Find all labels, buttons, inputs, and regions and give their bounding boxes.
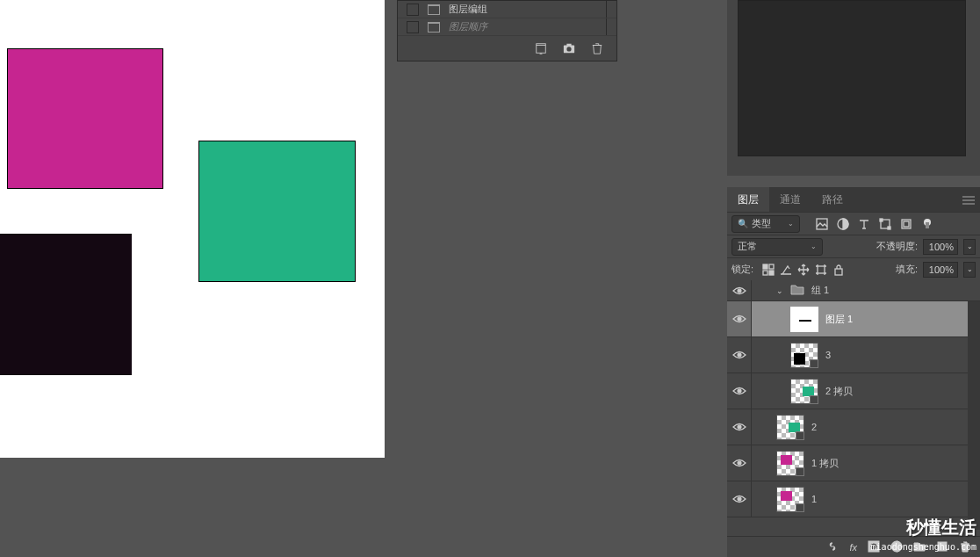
action-checkbox[interactable] xyxy=(407,21,419,33)
layer-name[interactable]: 1 xyxy=(811,494,817,504)
lock-transparent-icon[interactable] xyxy=(762,264,775,276)
layer-name[interactable]: 组 1 xyxy=(811,284,829,297)
layer-thumbnail[interactable] xyxy=(790,307,818,332)
watermark-text: 秒懂生活 xyxy=(906,516,976,539)
lock-image-icon[interactable] xyxy=(780,264,792,276)
fill-input[interactable]: 100% xyxy=(923,262,958,278)
folder-icon xyxy=(790,284,804,297)
layer-group-row[interactable]: ⌄ 组 1 xyxy=(727,280,980,301)
filter-row: 🔍 类型 ⌄ xyxy=(727,212,980,235)
opacity-stepper[interactable]: ⌄ xyxy=(963,239,976,255)
layer-name[interactable]: 3 xyxy=(825,350,831,360)
actions-footer xyxy=(398,36,616,61)
lock-label: 锁定: xyxy=(731,263,753,276)
camera-icon[interactable] xyxy=(562,42,576,54)
svg-point-21 xyxy=(738,353,741,357)
layer-thumbnail[interactable] xyxy=(790,379,818,404)
smart-object-badge xyxy=(796,503,804,512)
svg-rect-18 xyxy=(835,269,842,275)
svg-rect-13 xyxy=(763,264,767,269)
svg-rect-12 xyxy=(926,222,929,228)
filter-type-icon[interactable] xyxy=(858,218,870,230)
svg-rect-3 xyxy=(566,44,571,47)
trash-icon[interactable] xyxy=(590,42,604,54)
layer-name[interactable]: 2 xyxy=(811,422,817,432)
action-checkbox[interactable] xyxy=(407,4,419,16)
filter-kind-dropdown[interactable]: 🔍 类型 ⌄ xyxy=(731,215,800,233)
group-disclosure-icon[interactable]: ⌄ xyxy=(776,286,783,295)
document-canvas[interactable] xyxy=(0,0,385,458)
link-layers-icon[interactable] xyxy=(826,540,839,554)
visibility-toggle[interactable] xyxy=(727,280,752,300)
filter-smart-icon[interactable] xyxy=(900,218,912,230)
tab-paths[interactable]: 路径 xyxy=(811,187,854,212)
fill-stepper[interactable]: ⌄ xyxy=(963,262,976,278)
action-item[interactable]: 图层编组 xyxy=(398,1,616,18)
svg-rect-4 xyxy=(817,219,827,229)
svg-point-22 xyxy=(738,389,741,393)
filter-toggle[interactable] xyxy=(921,218,933,230)
svg-rect-7 xyxy=(880,219,883,221)
layers-scrollbar[interactable] xyxy=(968,301,980,530)
layer-row[interactable]: 1 拷贝 xyxy=(727,445,980,481)
layer-row[interactable]: 2 拷贝 xyxy=(727,373,980,409)
lock-row: 锁定: 填充: 100% ⌄ xyxy=(727,257,980,280)
lock-all-icon[interactable] xyxy=(832,264,845,276)
svg-rect-8 xyxy=(888,227,890,229)
document-icon xyxy=(428,22,440,33)
lock-position-icon[interactable] xyxy=(797,264,810,276)
layer-name[interactable]: 图层 1 xyxy=(825,313,853,326)
svg-point-2 xyxy=(566,47,571,51)
chevron-down-icon: ⌄ xyxy=(788,220,794,228)
svg-point-20 xyxy=(738,317,741,321)
scrollbar[interactable] xyxy=(606,18,616,35)
filter-shape-icon[interactable] xyxy=(879,218,891,230)
histogram-panel xyxy=(727,0,980,176)
layer-row[interactable]: 3 xyxy=(727,337,980,373)
filter-kind-label: 类型 xyxy=(752,217,771,230)
blend-mode-dropdown[interactable]: 正常 ⌄ xyxy=(731,238,823,256)
svg-rect-10 xyxy=(904,221,909,227)
blend-mode-value: 正常 xyxy=(738,240,757,253)
layer-thumbnail[interactable] xyxy=(776,415,804,440)
stop-icon[interactable] xyxy=(534,42,548,54)
opacity-label: 不透明度: xyxy=(876,240,918,253)
layer-row[interactable]: 1 xyxy=(727,481,980,517)
action-item[interactable]: 图层顺序 xyxy=(398,18,616,36)
visibility-toggle[interactable] xyxy=(727,481,752,517)
svg-rect-17 xyxy=(818,266,825,273)
layer-name[interactable]: 1 拷贝 xyxy=(811,457,839,470)
fx-icon[interactable]: fx xyxy=(849,542,857,553)
svg-point-24 xyxy=(738,461,741,465)
action-label: 图层顺序 xyxy=(449,20,487,33)
shape-black-rect[interactable] xyxy=(0,234,132,375)
layer-row[interactable]: 图层 1 xyxy=(727,301,980,337)
actions-panel: 图层编组 图层顺序 xyxy=(397,0,617,61)
shape-magenta-rect[interactable] xyxy=(7,48,163,189)
tab-layers[interactable]: 图层 xyxy=(727,187,769,212)
layer-thumbnail[interactable] xyxy=(776,487,804,512)
lock-artboard-icon[interactable] xyxy=(815,264,827,276)
visibility-toggle[interactable] xyxy=(727,445,752,481)
tab-channels[interactable]: 通道 xyxy=(769,187,811,212)
action-label: 图层编组 xyxy=(449,3,487,16)
search-icon: 🔍 xyxy=(738,219,748,228)
svg-point-25 xyxy=(738,497,741,501)
opacity-input[interactable]: 100% xyxy=(923,239,958,255)
layer-row[interactable]: 2 xyxy=(727,409,980,445)
chevron-down-icon: ⌄ xyxy=(811,242,817,250)
filter-adjustment-icon[interactable] xyxy=(837,218,849,230)
layer-thumbnail[interactable] xyxy=(790,343,818,368)
layer-thumbnail[interactable] xyxy=(776,451,804,476)
visibility-toggle[interactable] xyxy=(727,373,752,409)
scrollbar[interactable] xyxy=(606,1,616,18)
panel-menu-icon[interactable] xyxy=(962,196,975,206)
visibility-toggle[interactable] xyxy=(727,409,752,445)
visibility-toggle[interactable] xyxy=(727,337,752,373)
watermark-url: miaodongshenghuo.com xyxy=(871,542,976,552)
filter-pixel-icon[interactable] xyxy=(816,218,828,230)
svg-rect-15 xyxy=(769,264,774,269)
visibility-toggle[interactable] xyxy=(727,301,752,336)
layer-name[interactable]: 2 拷贝 xyxy=(825,385,853,398)
shape-green-rect[interactable] xyxy=(198,141,356,282)
